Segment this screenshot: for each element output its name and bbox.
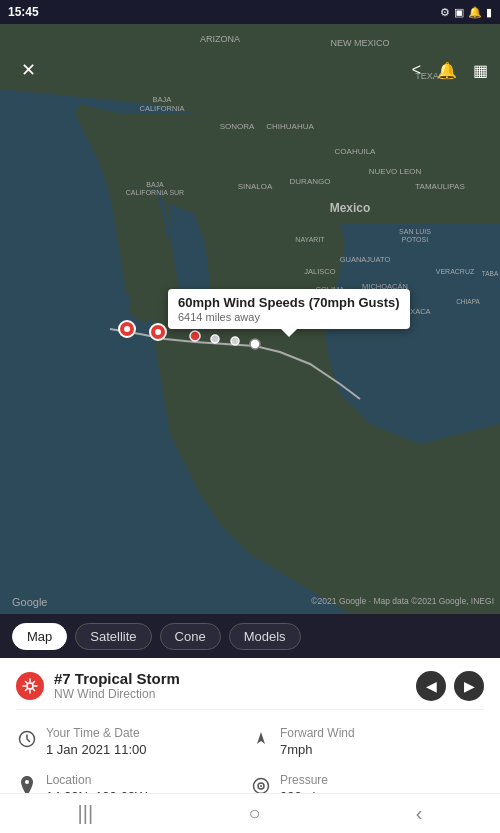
- svg-text:TABA: TABA: [482, 270, 499, 277]
- svg-text:NAYARIT: NAYARIT: [295, 236, 325, 243]
- nav-home-icon[interactable]: ○: [248, 802, 260, 825]
- svg-point-33: [190, 331, 200, 341]
- svg-point-35: [231, 337, 239, 345]
- navigation-icon: [250, 728, 272, 750]
- time-content: Your Time & Date 1 Jan 2021 11:00: [46, 726, 146, 757]
- map-toolbar: ✕ < 🔔 ▦: [0, 48, 500, 92]
- svg-rect-1: [0, 294, 130, 614]
- tooltip-subtitle: 6414 miles away: [178, 311, 400, 323]
- pressure-label: Pressure: [280, 773, 328, 787]
- bell-icon[interactable]: 🔔: [437, 61, 457, 80]
- storm-info: #7 Tropical Storm NW Wind Direction: [16, 670, 180, 701]
- status-time: 15:45: [8, 5, 39, 19]
- nav-back-icon[interactable]: ‹: [416, 802, 423, 825]
- svg-text:POTOSI: POTOSI: [402, 236, 428, 243]
- google-brand: Google: [12, 596, 47, 608]
- storm-text: #7 Tropical Storm NW Wind Direction: [54, 670, 180, 701]
- close-button[interactable]: ✕: [12, 54, 44, 86]
- svg-text:CALIFORNIA SUR: CALIFORNIA SUR: [126, 189, 184, 196]
- svg-text:CALIFORNIA: CALIFORNIA: [139, 104, 184, 113]
- svg-point-30: [124, 326, 130, 332]
- map-button-satellite[interactable]: Satellite: [75, 623, 151, 650]
- svg-point-34: [211, 335, 219, 343]
- map-container[interactable]: ARIZONA NEW MEXICO TEXAS BAJA CALIFORNIA…: [0, 24, 500, 614]
- storm-header: #7 Tropical Storm NW Wind Direction ◀ ▶: [16, 658, 484, 710]
- map-button-cone[interactable]: Cone: [160, 623, 221, 650]
- svg-text:SAN LUIS: SAN LUIS: [399, 228, 431, 235]
- tooltip-title: 60mph Wind Speeds (70mph Gusts): [178, 295, 400, 310]
- map-button-map[interactable]: Map: [12, 623, 67, 650]
- nav-buttons: ◀ ▶: [416, 671, 484, 701]
- svg-text:NEW MEXICO: NEW MEXICO: [330, 38, 389, 48]
- map-tooltip: 60mph Wind Speeds (70mph Gusts) 6414 mil…: [168, 289, 410, 329]
- svg-point-40: [25, 780, 29, 784]
- share-icon[interactable]: <: [412, 61, 421, 79]
- svg-text:CHIHUAHUA: CHIHUAHUA: [266, 122, 314, 131]
- time-label: Your Time & Date: [46, 726, 146, 740]
- svg-text:CHIAPA: CHIAPA: [456, 298, 480, 305]
- clock-icon: [16, 728, 38, 750]
- map-button-models[interactable]: Models: [229, 623, 301, 650]
- svg-text:ARIZONA: ARIZONA: [200, 34, 240, 44]
- location-label: Location: [46, 773, 147, 787]
- time-value: 1 Jan 2021 11:00: [46, 742, 146, 757]
- svg-point-43: [260, 785, 262, 787]
- prev-storm-button[interactable]: ◀: [416, 671, 446, 701]
- map-attribution: ©2021 Google · Map data ©2021 Google, IN…: [311, 596, 494, 606]
- wind-value: 7mph: [280, 742, 355, 757]
- svg-text:TAMAULIPAS: TAMAULIPAS: [415, 182, 465, 191]
- svg-text:JALISCO: JALISCO: [304, 267, 335, 276]
- svg-text:DURANGO: DURANGO: [290, 177, 331, 186]
- map-controls: Map Satellite Cone Models: [0, 614, 500, 658]
- tooltip-arrow: [281, 329, 297, 337]
- svg-marker-39: [257, 732, 265, 744]
- wind-content: Forward Wind 7mph: [280, 726, 355, 757]
- next-storm-button[interactable]: ▶: [454, 671, 484, 701]
- storm-name: #7 Tropical Storm: [54, 670, 180, 687]
- svg-text:VERACRUZ: VERACRUZ: [436, 268, 475, 275]
- wifi-icon: ▣: [454, 6, 464, 19]
- svg-text:SONORA: SONORA: [220, 122, 255, 131]
- toolbar-right: < 🔔 ▦: [412, 61, 488, 80]
- nav-menu-icon[interactable]: |||: [78, 802, 94, 825]
- status-bar: 15:45 ⚙ ▣ 🔔 ▮: [0, 0, 500, 24]
- settings-icon: ⚙: [440, 6, 450, 19]
- svg-text:GUANAJUATO: GUANAJUATO: [340, 255, 391, 264]
- svg-point-36: [250, 339, 260, 349]
- svg-text:BAJA: BAJA: [146, 181, 164, 188]
- info-item-wind: Forward Wind 7mph: [250, 718, 484, 765]
- menu-icon[interactable]: ▦: [473, 61, 488, 80]
- bottom-navigation: ||| ○ ‹: [0, 793, 500, 833]
- svg-point-32: [155, 329, 161, 335]
- wind-label: Forward Wind: [280, 726, 355, 740]
- storm-svg: [22, 678, 38, 694]
- info-item-time: Your Time & Date 1 Jan 2021 11:00: [16, 718, 250, 765]
- storm-direction: NW Wind Direction: [54, 687, 180, 701]
- sound-icon: 🔔: [468, 6, 482, 19]
- status-icons: ⚙ ▣ 🔔 ▮: [440, 6, 492, 19]
- svg-text:COAHUILA: COAHUILA: [335, 147, 377, 156]
- battery-icon: ▮: [486, 6, 492, 19]
- svg-text:BAJA: BAJA: [153, 95, 172, 104]
- svg-text:NUEVO LEON: NUEVO LEON: [369, 167, 422, 176]
- svg-text:Mexico: Mexico: [330, 201, 371, 215]
- svg-text:SINALOA: SINALOA: [238, 182, 273, 191]
- storm-icon: [16, 672, 44, 700]
